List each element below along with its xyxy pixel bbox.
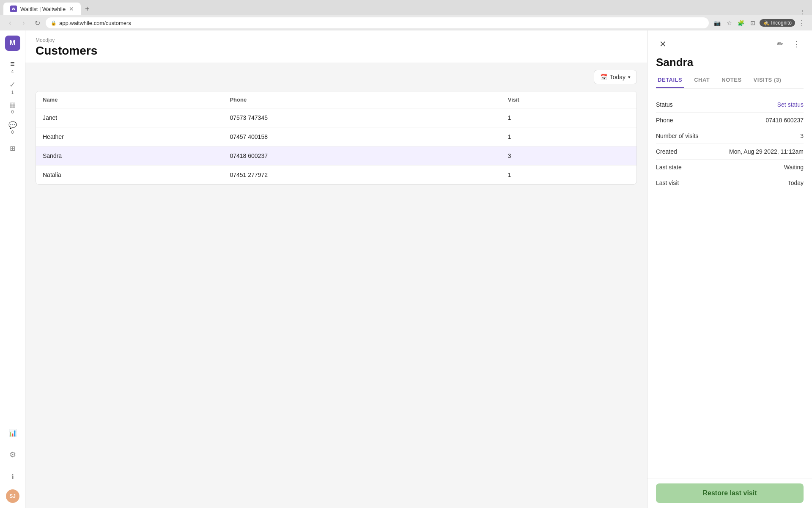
table-row[interactable]: Heather 07457 400158 1 (36, 127, 636, 146)
cell-name: Natalia (36, 166, 223, 185)
waitlist-icon: ≡ (10, 60, 15, 69)
security-icon: 🔒 (51, 20, 57, 26)
visits-count-label: Number of visits (656, 133, 698, 139)
sidebar-item-settings[interactable]: ⚙ (3, 445, 22, 464)
panel-footer: Restore last visit (647, 478, 812, 508)
address-bar[interactable]: 🔒 app.waitwhile.com/customers (46, 17, 709, 28)
new-tab-button[interactable]: + (81, 3, 93, 15)
avatar[interactable]: SJ (6, 489, 19, 503)
visits-count-value: 3 (800, 133, 804, 139)
cell-phone: 07451 277972 (223, 166, 501, 185)
sidebar-item-tasks[interactable]: ✓ 1 (3, 78, 22, 97)
table-row[interactable]: Natalia 07451 277972 1 (36, 166, 636, 185)
browser-menu-button[interactable]: ⋮ (796, 8, 809, 15)
sidebar-item-calendar[interactable]: ▦ 0 (3, 98, 22, 117)
restore-last-visit-button[interactable]: Restore last visit (656, 483, 804, 503)
waitlist-badge: 4 (11, 69, 14, 74)
avatar-initials: SJ (9, 493, 16, 499)
panel-content: Status Set status Phone 07418 600237 Num… (647, 88, 812, 478)
tasks-icon: ✓ (9, 80, 16, 89)
sidebar-item-analytics[interactable]: 📊 (3, 423, 22, 442)
tab-chat[interactable]: CHAT (692, 72, 711, 88)
detail-row-status: Status Set status (656, 97, 804, 113)
logo-initials: M (10, 39, 15, 47)
extensions-icon[interactable]: 🧩 (736, 18, 746, 28)
today-filter-button[interactable]: 📅 Today ▾ (594, 70, 637, 84)
sidebar-item-waitlist[interactable]: ≡ 4 (3, 58, 22, 76)
detail-row-last-visit: Last visit Today (656, 175, 804, 190)
camera-off-icon: 📷 (712, 18, 722, 28)
page-title: Customers (36, 44, 637, 58)
incognito-badge: 🕵 Incognito (760, 19, 795, 27)
reload-button[interactable]: ↻ (32, 18, 42, 28)
split-view-icon[interactable]: ⊡ (748, 18, 758, 28)
breadcrumb: Moodjoy (36, 37, 637, 43)
created-label: Created (656, 148, 677, 155)
tab-visits[interactable]: VISITS (3) (752, 72, 783, 88)
toolbar: 📅 Today ▾ (25, 63, 647, 91)
settings-icon: ⚙ (9, 450, 16, 459)
browser-actions: 📷 ☆ 🧩 ⊡ 🕵 Incognito ⋮ (712, 18, 807, 28)
app-container: M ≡ 4 ✓ 1 ▦ 0 💬 0 ⊞ 📊 ⚙ (0, 30, 812, 508)
incognito-icon: 🕵 (763, 20, 769, 26)
page-header: Moodjoy Customers (25, 30, 647, 63)
incognito-label: Incognito (771, 20, 792, 26)
detail-row-last-state: Last state Waiting (656, 160, 804, 175)
sidebar-logo[interactable]: M (5, 36, 20, 51)
detail-row-visits: Number of visits 3 (656, 128, 804, 144)
forward-button[interactable]: › (19, 18, 29, 28)
cell-visit: 1 (501, 108, 636, 127)
browser-tab[interactable]: W Waitlist | Waitwhile ✕ (3, 3, 81, 15)
customer-name: Sandra (647, 51, 812, 69)
sidebar-item-apps[interactable]: ⊞ (3, 139, 22, 157)
col-header-phone: Phone (223, 91, 501, 108)
sidebar-item-chat[interactable]: 💬 0 (3, 119, 22, 137)
cell-name: Janet (36, 108, 223, 127)
sidebar: M ≡ 4 ✓ 1 ▦ 0 💬 0 ⊞ 📊 ⚙ (0, 30, 25, 508)
phone-value: 07418 600237 (765, 117, 804, 124)
cell-phone: 07573 747345 (223, 108, 501, 127)
bookmark-icon[interactable]: ☆ (724, 18, 734, 28)
cell-phone: 07418 600237 (223, 146, 501, 166)
url-text: app.waitwhile.com/customers (59, 20, 131, 26)
panel-close-button[interactable]: ✕ (656, 37, 669, 51)
table-row[interactable]: Janet 07573 747345 1 (36, 108, 636, 127)
edit-button[interactable]: ✏ (773, 37, 787, 51)
last-state-value: Waiting (784, 164, 804, 171)
more-options-button[interactable]: ⋮ (790, 37, 804, 51)
browser-more-button[interactable]: ⋮ (797, 18, 807, 28)
cell-name: Sandra (36, 146, 223, 166)
tab-details[interactable]: DETAILS (656, 72, 684, 88)
tab-notes[interactable]: NOTES (720, 72, 743, 88)
tab-label: Waitlist | Waitwhile (20, 6, 66, 12)
calendar-icon: ▦ (9, 101, 16, 109)
col-header-visit: Visit (501, 91, 636, 108)
created-value: Mon, Aug 29 2022, 11:12am (729, 148, 804, 155)
customer-detail-panel: ✕ ✏ ⋮ Sandra DETAILS CHAT NOTES VISITS (… (647, 30, 812, 508)
last-visit-label: Last visit (656, 179, 679, 186)
analytics-icon: 📊 (8, 429, 17, 437)
phone-label: Phone (656, 117, 673, 124)
back-button[interactable]: ‹ (5, 18, 15, 28)
sidebar-item-help[interactable]: ℹ (3, 467, 22, 486)
browser-tabs: W Waitlist | Waitwhile ✕ + ⋮ (0, 0, 812, 15)
panel-header-actions: ✏ ⋮ (773, 37, 804, 51)
browser-toolbar: ‹ › ↻ 🔒 app.waitwhile.com/customers 📷 ☆ … (0, 15, 812, 30)
customers-table-container: Name Phone Visit Janet 07573 747345 1 He… (36, 91, 637, 185)
table-body: Janet 07573 747345 1 Heather 07457 40015… (36, 108, 636, 185)
panel-tabs: DETAILS CHAT NOTES VISITS (3) (656, 72, 804, 88)
table-header: Name Phone Visit (36, 91, 636, 108)
status-label: Status (656, 101, 673, 108)
set-status-button[interactable]: Set status (777, 101, 804, 108)
customers-table: Name Phone Visit Janet 07573 747345 1 He… (36, 91, 636, 184)
sidebar-bottom: 📊 ⚙ ℹ SJ (3, 423, 22, 503)
last-state-label: Last state (656, 164, 682, 171)
main-content: Moodjoy Customers 📅 Today ▾ Name Phone V… (25, 30, 647, 508)
chat-badge: 0 (11, 130, 14, 135)
tab-favicon: W (10, 6, 17, 12)
calendar-small-icon: 📅 (600, 74, 607, 80)
tab-close-button[interactable]: ✕ (69, 6, 74, 12)
chat-icon: 💬 (8, 121, 17, 129)
cell-phone: 07457 400158 (223, 127, 501, 146)
table-row[interactable]: Sandra 07418 600237 3 (36, 146, 636, 166)
